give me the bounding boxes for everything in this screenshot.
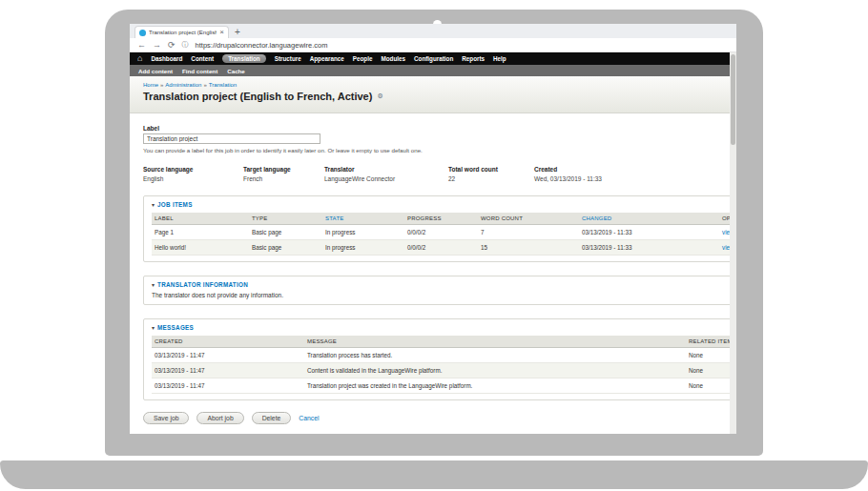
summary-value: French [243,175,324,182]
messages-fieldset: ▾ MESSAGES CREATED MESSAGE RELATED ITEM [143,318,736,400]
cell-message: Content is validated in the LanguageWire… [304,363,686,378]
laptop-bezel: Translation project (English to F × + ← … [105,10,763,456]
toolbar-item-dashboard[interactable]: Dashboard [151,55,182,62]
cell-type: Basic page [249,225,322,240]
breadcrumb: Home»Administration»Translation [143,82,736,88]
breadcrumb-separator: » [160,82,163,88]
toolbar-item-content[interactable]: Content [191,55,214,62]
cell-progress: 0/0/0/2 [404,240,478,256]
shortcut-cache[interactable]: Cache [227,68,245,74]
job-summary: Source language English Target language … [143,166,736,182]
job-items-table: LABEL TYPE STATE PROGRESS WORD COUNT CHA… [152,213,736,256]
collapse-arrow-icon: ▾ [152,324,155,331]
cell-word-count: 7 [478,225,579,240]
summary-created: Created Wed, 03/13/2019 - 11:33 [534,166,602,182]
cell-message: Translation project was created in the L… [304,378,686,394]
admin-toolbar: ⌂ Dashboard Content Translation Structur… [130,52,736,65]
translator-information-legend[interactable]: ▾ TRANSLATOR INFORMATION [152,281,736,288]
page-header: Home»Administration»Translation Translat… [130,76,736,113]
col-label: LABEL [152,213,249,225]
messages-legend-link[interactable]: MESSAGES [157,324,194,331]
breadcrumb-separator: » [203,82,206,88]
label-input[interactable] [143,133,320,144]
cell-created: 03/13/2019 - 11:47 [152,348,304,363]
summary-value: Wed, 03/13/2019 - 11:33 [534,175,602,182]
toolbar-item-people[interactable]: People [353,55,373,62]
cell-state: In progress [322,240,404,256]
tab-close-icon[interactable]: × [219,29,224,36]
cell-changed: 03/13/2019 - 11:33 [579,225,719,240]
shortcut-find-content[interactable]: Find content [182,68,217,74]
toolbar-item-appearance[interactable]: Appearance [310,55,344,62]
col-state: STATE [322,213,404,225]
summary-label: Total word count [448,166,534,173]
laptop-base [0,460,868,489]
col-type: TYPE [249,213,322,225]
col-created: CREATED [152,336,304,348]
abort-job-button[interactable]: Abort job [196,412,243,424]
breadcrumb-link-translation[interactable]: Translation [209,82,237,88]
shortcut-bar: Add content Find content Cache [130,65,736,76]
cell-label: Page 1 [152,225,249,240]
label-field-label: Label [143,125,736,132]
sort-changed-link[interactable]: CHANGED [582,215,611,221]
toolbar-item-structure[interactable]: Structure [275,55,301,62]
job-items-fieldset: ▾ JOB ITEMS LABEL TYPE STATE PROGRESS WO… [143,195,736,262]
cell-state: In progress [322,225,404,240]
main-content: Label You can provide a label for this j… [130,113,736,424]
translator-information-text: The translator does not provide any info… [152,292,736,298]
toolbar-item-reports[interactable]: Reports [462,55,485,62]
scrollbar-thumb[interactable] [731,54,735,145]
message-row: 03/13/2019 - 11:47 Translation process h… [152,348,736,363]
page-title-text: Translation project (English to French, … [143,91,372,102]
label-field-group: Label You can provide a label for this j… [143,125,736,153]
cell-word-count: 15 [478,240,579,256]
breadcrumb-link-administration[interactable]: Administration [165,82,201,88]
home-icon[interactable]: ⌂ [137,54,142,63]
cancel-link[interactable]: Cancel [299,415,319,421]
page-title: Translation project (English to French, … [143,91,736,102]
col-changed: CHANGED [579,213,719,225]
job-item-row: Page 1 Basic page In progress 0/0/0/2 7 … [152,225,736,240]
messages-table: CREATED MESSAGE RELATED ITEM 03/13/2019 … [152,336,736,394]
forward-icon[interactable]: → [153,41,161,50]
toolbar-item-translation[interactable]: Translation [222,54,266,63]
cell-progress: 0/0/0/2 [404,225,478,240]
summary-label: Target language [243,166,324,173]
job-items-legend[interactable]: ▾ JOB ITEMS [152,201,736,208]
col-progress: PROGRESS [404,213,478,225]
summary-value: 22 [448,175,534,182]
breadcrumb-link-home[interactable]: Home [143,82,158,88]
shortcut-add-content[interactable]: Add content [138,68,173,74]
sort-state-link[interactable]: STATE [325,215,343,221]
address-url[interactable]: https://drupalconnector.languagewire.com [196,41,328,50]
summary-label: Translator [324,166,448,173]
summary-label: Source language [143,166,243,173]
toolbar-item-modules[interactable]: Modules [381,55,405,62]
translator-information-fieldset: ▾ TRANSLATOR INFORMATION The translator … [143,276,736,305]
save-job-button[interactable]: Save job [143,412,189,424]
toolbar-item-configuration[interactable]: Configuration [414,55,453,62]
tab-title: Translation project (English to F [149,30,217,35]
cell-created: 03/13/2019 - 11:47 [152,363,304,378]
col-message: MESSAGE [304,336,686,348]
cell-type: Basic page [249,240,322,256]
collapse-arrow-icon: ▾ [152,281,155,288]
reload-icon[interactable]: ⟳ [168,41,176,50]
messages-legend[interactable]: ▾ MESSAGES [152,324,736,331]
new-tab-button[interactable]: + [235,26,240,38]
summary-value: LanguageWire Connector [324,175,448,182]
back-icon[interactable]: ← [137,41,146,50]
cell-message: Translation process has started. [304,348,686,363]
message-row: 03/13/2019 - 11:47 Content is validated … [152,363,736,378]
help-gear-icon[interactable]: ⚙ [377,92,382,100]
cell-created: 03/13/2019 - 11:47 [152,378,304,394]
toolbar-item-help[interactable]: Help [493,55,506,62]
translator-information-legend-link[interactable]: TRANSLATOR INFORMATION [157,281,248,288]
delete-button[interactable]: Delete [252,412,292,424]
browser-tab[interactable]: Translation project (English to F × [134,26,229,38]
job-items-legend-link[interactable]: JOB ITEMS [157,201,193,208]
collapse-arrow-icon: ▾ [152,201,155,208]
page-scrollbar[interactable] [730,52,736,434]
info-icon[interactable]: ⓘ [182,40,189,50]
